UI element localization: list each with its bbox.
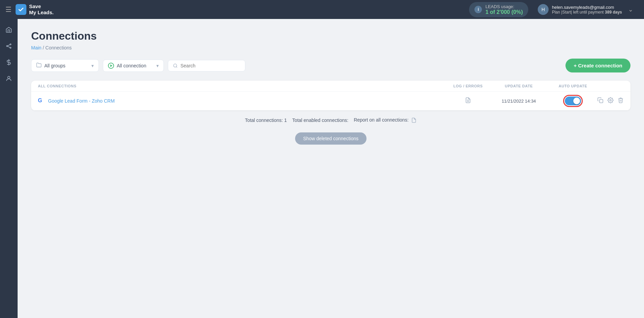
user-menu[interactable]: H helen.savemyleads@gmail.com Plan |Star… — [532, 2, 639, 17]
svg-point-0 — [6, 45, 7, 46]
logo-icon — [16, 4, 26, 15]
breadcrumb: Main / Connections — [31, 45, 630, 50]
svg-line-4 — [8, 46, 10, 47]
groups-dropdown[interactable]: All groups ▾ — [31, 59, 99, 72]
report-all: Report on all connections: — [354, 117, 417, 123]
folder-icon — [36, 62, 42, 69]
svg-point-1 — [10, 44, 11, 45]
log-icon-cell — [448, 97, 488, 105]
update-date-cell: 11/21/2022 14:34 — [488, 99, 549, 104]
logo: Save My Leads. — [16, 3, 54, 16]
copy-icon[interactable] — [597, 97, 603, 105]
google-icon: G — [38, 98, 45, 104]
row-actions — [597, 97, 624, 105]
filters-row: All groups ▾ All connection ▾ + Create c… — [31, 59, 630, 72]
settings-icon[interactable] — [607, 97, 614, 105]
show-deleted-button[interactable]: Show deleted connections — [295, 132, 367, 145]
total-enabled: Total enabled connections: — [292, 118, 349, 123]
sidebar — [0, 19, 18, 318]
connections-table: ALL CONNECTIONS LOG / ERRORS UPDATE DATE… — [31, 81, 630, 110]
sidebar-item-home[interactable] — [2, 23, 16, 37]
total-connections: Total connections: 1 — [245, 118, 287, 123]
search-icon — [173, 63, 178, 68]
svg-point-2 — [10, 47, 11, 48]
sidebar-item-connections[interactable] — [2, 39, 16, 53]
svg-line-8 — [176, 66, 177, 67]
leads-usage-badge: i LEADS usage: 1 of 2'000 (0%) — [469, 2, 528, 17]
col-log-errors: LOG / ERRORS — [448, 84, 488, 88]
search-input-wrap — [168, 60, 245, 71]
search-input[interactable] — [180, 63, 240, 68]
svg-point-12 — [610, 99, 612, 101]
play-icon — [108, 63, 114, 69]
avatar: H — [538, 4, 549, 15]
leads-usage-label: LEADS usage: — [485, 4, 523, 9]
sidebar-item-billing[interactable] — [2, 56, 16, 69]
col-auto-update: AUTO UPDATE — [549, 84, 597, 88]
auto-update-toggle-cell — [549, 97, 597, 105]
summary-row: Total connections: 1 Total enabled conne… — [31, 110, 630, 130]
connection-name: G Google Lead Form - Zoho CRM — [38, 98, 448, 104]
connection-type-label: All connection — [117, 63, 146, 68]
show-deleted-wrap: Show deleted connections — [31, 130, 630, 153]
svg-point-6 — [8, 76, 10, 79]
chevron-down-icon: ⌄ — [628, 6, 633, 13]
hamburger-icon[interactable]: ☰ — [5, 5, 12, 14]
log-file-icon[interactable] — [465, 97, 471, 105]
col-all-connections: ALL CONNECTIONS — [38, 84, 448, 88]
svg-rect-11 — [600, 99, 603, 103]
user-plan: Plan |Start| left until payment 389 days — [552, 10, 622, 15]
info-icon: i — [474, 6, 482, 13]
chevron-down-icon: ▾ — [91, 63, 94, 68]
chevron-down-icon: ▾ — [156, 63, 159, 68]
groups-label: All groups — [44, 63, 65, 68]
auto-update-toggle[interactable] — [565, 97, 581, 105]
col-update-date: UPDATE DATE — [488, 84, 549, 88]
delete-icon[interactable] — [618, 97, 624, 105]
table-header: ALL CONNECTIONS LOG / ERRORS UPDATE DATE… — [31, 81, 630, 92]
svg-point-7 — [174, 64, 177, 67]
page-title: Connections — [31, 30, 630, 42]
connection-type-dropdown[interactable]: All connection ▾ — [103, 60, 164, 72]
logo-text: Save My Leads. — [29, 3, 54, 16]
user-email: helen.savemyleads@gmail.com — [552, 5, 622, 10]
main-layout: Connections Main / Connections All group… — [0, 19, 644, 318]
sidebar-item-account[interactable] — [2, 72, 16, 85]
create-connection-button[interactable]: + Create connection — [565, 59, 630, 72]
topnav: ☰ Save My Leads. i LEADS usage: 1 of 2'0… — [0, 0, 644, 19]
connection-name-link[interactable]: Google Lead Form - Zoho CRM — [48, 98, 115, 104]
leads-usage-count: 1 of 2'000 (0%) — [485, 9, 523, 15]
breadcrumb-current: Connections — [45, 45, 72, 50]
breadcrumb-main-link[interactable]: Main — [31, 45, 41, 50]
table-row: G Google Lead Form - Zoho CRM 11/21/2022… — [31, 92, 630, 110]
content-area: Connections Main / Connections All group… — [18, 19, 644, 318]
svg-line-3 — [8, 45, 10, 46]
